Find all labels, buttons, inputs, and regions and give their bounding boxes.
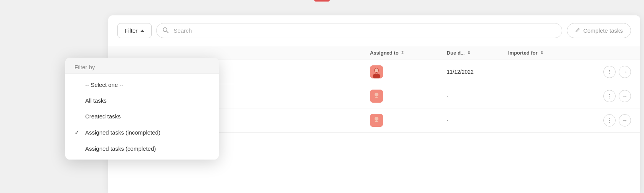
row-3-navigate-button[interactable]: →	[619, 114, 631, 126]
filter-option-assigned-incompleted[interactable]: ✓ Assigned tasks (incompleted)	[65, 124, 219, 141]
row-1-navigate-button[interactable]: →	[619, 66, 631, 78]
th-actions	[593, 50, 631, 56]
th-task	[137, 50, 370, 56]
th-imported-for[interactable]: Imported for	[508, 50, 593, 56]
filter-option-assigned-completed[interactable]: Assigned tasks (completed)	[65, 141, 219, 156]
avatar-1	[370, 65, 383, 78]
due-date-1: 11/12/2022	[447, 68, 508, 75]
due-date-2: -	[447, 93, 508, 100]
row-1-actions: ⋮ →	[593, 66, 631, 78]
complete-tasks-label: Complete tasks	[583, 27, 623, 34]
filter-dropdown-header: Filter by	[65, 58, 219, 74]
assigned-to-1	[370, 65, 447, 78]
toolbar: Filter Complete tasks	[108, 15, 640, 46]
complete-tasks-button[interactable]: Complete tasks	[567, 23, 631, 38]
row-2-more-button[interactable]: ⋮	[603, 90, 616, 102]
row-3-more-button[interactable]: ⋮	[603, 114, 616, 126]
checkmark-icon: ✓	[74, 129, 81, 136]
assigned-to-3	[370, 114, 447, 127]
filter-option-created-tasks[interactable]: Created tasks	[65, 108, 219, 124]
search-wrapper	[156, 23, 562, 38]
pencil-icon	[575, 27, 580, 34]
row-3-actions: ⋮ →	[593, 114, 631, 126]
assigned-to-2	[370, 90, 447, 103]
th-due-date[interactable]: Due d...	[447, 50, 508, 56]
filter-dropdown: Filter by -- Select one -- All tasks Cre…	[65, 58, 219, 160]
filter-option-all-tasks[interactable]: All tasks	[65, 93, 219, 108]
svg-line-1	[167, 31, 168, 33]
filter-button[interactable]: Filter	[117, 23, 152, 38]
avatar-3	[370, 114, 383, 127]
sort-assigned-to-icon	[401, 50, 404, 55]
search-input[interactable]	[156, 23, 562, 38]
row-2-navigate-button[interactable]: →	[619, 90, 631, 102]
svg-point-5	[375, 68, 378, 72]
red-accent-bar	[314, 0, 330, 2]
due-date-3: -	[447, 117, 508, 124]
search-icon	[162, 27, 168, 35]
row-2-actions: ⋮ →	[593, 90, 631, 102]
filter-arrow-icon	[140, 30, 144, 32]
sort-due-date-icon	[467, 50, 471, 55]
filter-label: Filter	[125, 27, 137, 34]
page-wrapper: Filter Complete tasks	[0, 0, 644, 193]
filter-dropdown-list: -- Select one -- All tasks Created tasks…	[65, 74, 219, 160]
th-assigned-to[interactable]: Assigned to	[370, 50, 447, 56]
th-checkbox	[117, 50, 137, 56]
row-1-more-button[interactable]: ⋮	[603, 66, 616, 78]
filter-option-select-one[interactable]: -- Select one --	[65, 77, 219, 93]
svg-point-9	[375, 117, 378, 121]
svg-point-7	[375, 93, 378, 96]
avatar-2	[370, 90, 383, 103]
sort-imported-for-icon	[540, 50, 543, 55]
